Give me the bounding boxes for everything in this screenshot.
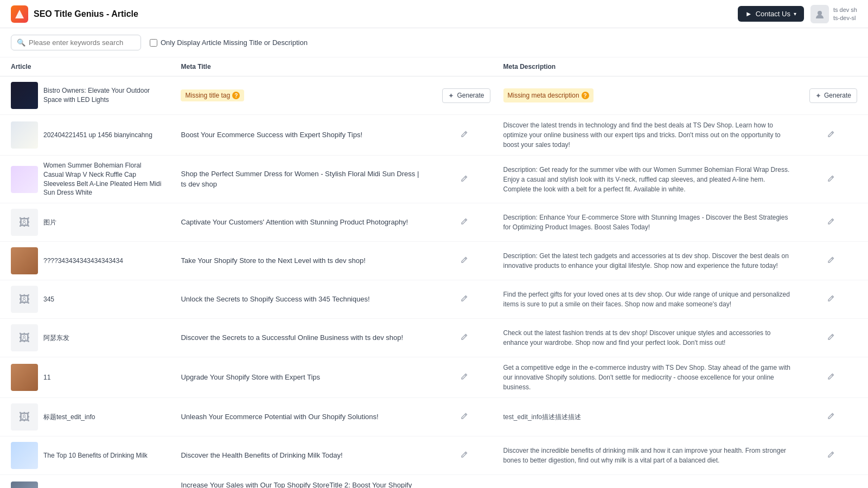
article-name: 11 [43,373,50,382]
article-name: 202404221451 up 1456 bianyincahng [43,131,152,140]
edit-icon [460,175,468,183]
table-row: 测试post 202301417 Increase Your Sales wit… [0,475,868,488]
filter-text: Only Display Article Missing Title or De… [161,38,308,47]
missing-filter-checkbox[interactable] [150,39,157,47]
edit-desc-button[interactable] [825,255,837,267]
meta-title-action-cell [431,242,496,280]
article-name: 标题test_edit_info [43,413,95,422]
meta-title-text: Take Your Shopify Store to the Next Leve… [181,256,365,265]
meta-desc-cell: Description: Enhance Your E-commerce Sto… [497,203,799,242]
meta-desc-text: Find the perfect gifts for your loved on… [503,291,790,308]
table-row: Bistro Owners: Elevate Your Outdoor Spac… [0,76,868,115]
filter-label[interactable]: Only Display Article Missing Title or De… [150,38,308,47]
user-info: ts dev sh ts-dev-sl [833,6,857,22]
article-cell: 🖼 标题test_edit_info [0,398,174,436]
table-row: Women Summer Bohemian Floral Casual Wrap… [0,156,868,203]
article-thumbnail [11,166,38,193]
edit-icon [460,217,468,226]
meta-title-text: Unlock the Secrets to Shopify Success wi… [181,295,369,303]
chevron-down-icon: ▾ [794,11,796,17]
meta-desc-text: Description: Get the latest tech gadgets… [503,252,789,269]
edit-title-button[interactable] [458,129,470,141]
article-thumbnail: 🖼 [11,324,38,351]
meta-title-text: Discover the Secrets to a Successful Onl… [181,333,403,342]
edit-title-button[interactable] [458,255,470,267]
edit-icon [827,333,835,341]
meta-desc-text: Check out the latest fashion trends at t… [503,329,771,346]
info-icon: ? [232,92,240,99]
edit-title-button[interactable] [458,332,470,344]
meta-title-text: Captivate Your Customers' Attention with… [181,218,408,226]
meta-title-action-cell [431,398,496,436]
article-name: The Top 10 Benefits of Drinking Milk [43,451,148,460]
article-name: 345 [43,295,54,304]
edit-desc-button[interactable] [825,371,837,383]
article-thumbnail: 🖼 [11,403,38,431]
meta-desc-text: test_edit_info描述描述描述 [503,413,581,421]
info-icon: ? [582,92,589,99]
avatar[interactable] [810,5,829,23]
table-row: 🖼 345 Unlock the Secrets to Shopify Succ… [0,280,868,319]
edit-desc-button[interactable] [825,293,837,305]
edit-icon [460,451,468,459]
meta-desc-action-cell [799,280,868,319]
article-cell: ????343434343434343434 [0,242,174,280]
edit-desc-button[interactable] [825,174,837,185]
meta-desc-cell: Check out the latest fashion trends at t… [497,319,799,357]
meta-title-text: Unleash Your Ecommerce Potential with Ou… [181,413,378,421]
edit-title-button[interactable] [458,450,470,461]
edit-icon [460,130,468,138]
edit-icon [460,412,468,420]
col-meta-title: Meta Title [174,57,431,76]
edit-icon [460,294,468,303]
articles-table: Article Meta Title Meta Description Bist… [0,57,868,488]
meta-title-action-cell [431,357,496,398]
article-cell: 🖼 图片 [0,203,174,242]
meta-desc-text: Discover the latest trends in technology… [503,121,781,149]
contact-us-button[interactable]: ► Contact Us ▾ [738,6,804,22]
edit-title-button[interactable] [458,293,470,305]
edit-desc-button[interactable] [825,129,837,141]
meta-desc-action-cell [799,436,868,475]
article-name: Women Summer Bohemian Floral Casual Wrap… [43,161,163,197]
toolbar: 🔍 Only Display Article Missing Title or … [0,28,868,57]
search-input[interactable] [29,38,135,47]
edit-icon [827,256,835,264]
article-thumbnail [11,364,38,391]
header-left: SEO Title Genius - Article [11,5,138,23]
edit-desc-button[interactable] [825,450,837,461]
edit-desc-button[interactable] [825,332,837,344]
edit-title-button[interactable] [458,216,470,228]
meta-title-cell: Take Your Shopify Store to the Next Leve… [174,242,431,280]
meta-desc-action-cell [799,203,868,242]
edit-icon [827,451,835,459]
meta-title-cell: Shop the Perfect Summer Dress for Women … [174,156,431,203]
edit-title-button[interactable] [458,371,470,383]
edit-desc-button[interactable] [825,411,837,423]
search-icon: 🔍 [17,38,25,47]
contact-icon: ► [745,10,752,18]
article-cell: Women Summer Bohemian Floral Casual Wrap… [0,156,174,203]
meta-title-text: Boost Your Ecommerce Success with Expert… [181,131,362,139]
article-thumbnail: 🖼 [11,209,38,236]
col-action-title [431,57,496,76]
meta-desc-text: Discover the incredible benefits of drin… [503,447,787,464]
table-row: 🖼 阿瑟东发 Discover the Secrets to a Success… [0,319,868,357]
meta-desc-cell: Description: Get the latest tech gadgets… [497,242,799,280]
edit-title-button[interactable] [458,411,470,423]
meta-title-action-cell [431,156,496,203]
meta-title-cell: Unlock the Secrets to Shopify Success wi… [174,280,431,319]
article-cell: The Top 10 Benefits of Drinking Milk [0,436,174,475]
generate-desc-button[interactable]: ✦Generate [809,88,857,103]
missing-desc-badge: Missing meta description ? [503,88,593,102]
edit-title-button[interactable] [458,174,470,185]
generate-title-button[interactable]: ✦Generate [442,88,490,103]
meta-desc-text: Get a competitive edge in the e-commerce… [503,364,790,391]
article-thumbnail [11,442,38,469]
edit-desc-button[interactable] [825,216,837,228]
col-article: Article [0,57,174,76]
meta-title-cell: Missing title tag ? [174,76,431,115]
meta-title-cell: Unleash Your Ecommerce Potential with Ou… [174,398,431,436]
meta-desc-text: Description: Get ready for the summer vi… [503,166,790,193]
search-box[interactable]: 🔍 [11,35,141,50]
